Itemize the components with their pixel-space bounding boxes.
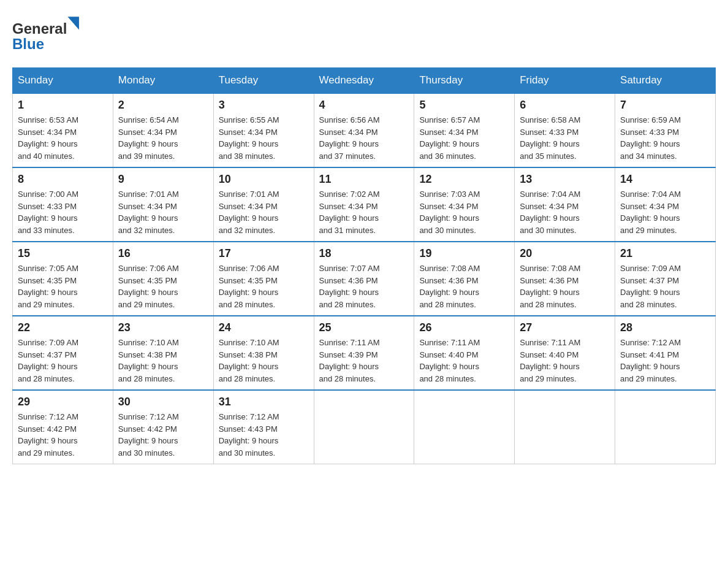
- calendar-cell: 7 Sunrise: 6:59 AM Sunset: 4:33 PM Dayli…: [615, 93, 716, 167]
- day-info: Sunrise: 6:53 AM Sunset: 4:34 PM Dayligh…: [18, 114, 108, 162]
- calendar-cell: 4 Sunrise: 6:56 AM Sunset: 4:34 PM Dayli…: [314, 93, 414, 167]
- day-number: 17: [219, 247, 309, 260]
- day-number: 28: [620, 321, 710, 334]
- day-number: 9: [118, 173, 208, 186]
- calendar-table: SundayMondayTuesdayWednesdayThursdayFrid…: [12, 67, 716, 464]
- calendar-cell: 28 Sunrise: 7:12 AM Sunset: 4:41 PM Dayl…: [615, 316, 716, 390]
- calendar-cell: 8 Sunrise: 7:00 AM Sunset: 4:33 PM Dayli…: [13, 167, 113, 242]
- day-number: 10: [219, 173, 309, 186]
- weekday-header-wednesday: Wednesday: [314, 68, 414, 94]
- day-number: 14: [620, 173, 710, 186]
- day-number: 8: [18, 173, 108, 186]
- weekday-header-saturday: Saturday: [615, 68, 716, 94]
- calendar-cell: [615, 390, 716, 464]
- day-number: 29: [18, 396, 108, 408]
- week-row-2: 8 Sunrise: 7:00 AM Sunset: 4:33 PM Dayli…: [13, 167, 716, 242]
- day-number: 3: [219, 99, 309, 112]
- week-row-3: 15 Sunrise: 7:05 AM Sunset: 4:35 PM Dayl…: [13, 242, 716, 316]
- day-info: Sunrise: 7:09 AM Sunset: 4:37 PM Dayligh…: [18, 337, 108, 385]
- day-info: Sunrise: 7:02 AM Sunset: 4:34 PM Dayligh…: [319, 188, 409, 236]
- calendar-cell: 13 Sunrise: 7:04 AM Sunset: 4:34 PM Dayl…: [515, 167, 615, 242]
- day-info: Sunrise: 7:00 AM Sunset: 4:33 PM Dayligh…: [18, 188, 108, 236]
- day-info: Sunrise: 6:58 AM Sunset: 4:33 PM Dayligh…: [520, 114, 610, 162]
- day-info: Sunrise: 7:03 AM Sunset: 4:34 PM Dayligh…: [419, 188, 509, 236]
- day-number: 12: [419, 173, 509, 186]
- calendar-cell: 10 Sunrise: 7:01 AM Sunset: 4:34 PM Dayl…: [213, 167, 314, 242]
- logo-svg: General Blue: [12, 12, 86, 55]
- day-info: Sunrise: 7:10 AM Sunset: 4:38 PM Dayligh…: [219, 337, 309, 385]
- day-number: 13: [520, 173, 610, 186]
- day-info: Sunrise: 7:11 AM Sunset: 4:39 PM Dayligh…: [319, 337, 409, 385]
- page-header: General Blue: [12, 12, 716, 55]
- calendar-cell: 24 Sunrise: 7:10 AM Sunset: 4:38 PM Dayl…: [213, 316, 314, 390]
- calendar-cell: 1 Sunrise: 6:53 AM Sunset: 4:34 PM Dayli…: [13, 93, 113, 167]
- day-info: Sunrise: 6:59 AM Sunset: 4:33 PM Dayligh…: [620, 114, 710, 162]
- day-info: Sunrise: 7:07 AM Sunset: 4:36 PM Dayligh…: [319, 262, 409, 310]
- day-number: 16: [118, 247, 208, 260]
- weekday-header-monday: Monday: [113, 68, 213, 94]
- day-info: Sunrise: 7:06 AM Sunset: 4:35 PM Dayligh…: [118, 262, 208, 310]
- day-info: Sunrise: 7:08 AM Sunset: 4:36 PM Dayligh…: [520, 262, 610, 310]
- weekday-header-friday: Friday: [515, 68, 615, 94]
- week-row-4: 22 Sunrise: 7:09 AM Sunset: 4:37 PM Dayl…: [13, 316, 716, 390]
- svg-marker-1: [67, 17, 78, 29]
- calendar-cell: 25 Sunrise: 7:11 AM Sunset: 4:39 PM Dayl…: [314, 316, 414, 390]
- calendar-cell: 30 Sunrise: 7:12 AM Sunset: 4:42 PM Dayl…: [113, 390, 213, 464]
- day-number: 20: [520, 247, 610, 260]
- day-info: Sunrise: 7:05 AM Sunset: 4:35 PM Dayligh…: [18, 262, 108, 310]
- day-number: 6: [520, 99, 610, 112]
- day-number: 18: [319, 247, 409, 260]
- calendar-cell: 16 Sunrise: 7:06 AM Sunset: 4:35 PM Dayl…: [113, 242, 213, 316]
- calendar-cell: [414, 390, 515, 464]
- day-number: 2: [118, 99, 208, 112]
- calendar-cell: 17 Sunrise: 7:06 AM Sunset: 4:35 PM Dayl…: [213, 242, 314, 316]
- calendar-cell: 9 Sunrise: 7:01 AM Sunset: 4:34 PM Dayli…: [113, 167, 213, 242]
- weekday-header-thursday: Thursday: [414, 68, 515, 94]
- calendar-cell: 23 Sunrise: 7:10 AM Sunset: 4:38 PM Dayl…: [113, 316, 213, 390]
- day-info: Sunrise: 7:01 AM Sunset: 4:34 PM Dayligh…: [118, 188, 208, 236]
- day-info: Sunrise: 6:56 AM Sunset: 4:34 PM Dayligh…: [319, 114, 409, 162]
- day-number: 30: [118, 396, 208, 408]
- day-number: 31: [219, 396, 309, 408]
- day-number: 5: [419, 99, 509, 112]
- calendar-cell: 14 Sunrise: 7:04 AM Sunset: 4:34 PM Dayl…: [615, 167, 716, 242]
- day-info: Sunrise: 7:04 AM Sunset: 4:34 PM Dayligh…: [520, 188, 610, 236]
- calendar-cell: 31 Sunrise: 7:12 AM Sunset: 4:43 PM Dayl…: [213, 390, 314, 464]
- day-number: 19: [419, 247, 509, 260]
- day-number: 27: [520, 321, 610, 334]
- calendar-cell: 22 Sunrise: 7:09 AM Sunset: 4:37 PM Dayl…: [13, 316, 113, 390]
- calendar-cell: [515, 390, 615, 464]
- day-info: Sunrise: 7:01 AM Sunset: 4:34 PM Dayligh…: [219, 188, 309, 236]
- calendar-cell: 15 Sunrise: 7:05 AM Sunset: 4:35 PM Dayl…: [13, 242, 113, 316]
- calendar-cell: 5 Sunrise: 6:57 AM Sunset: 4:34 PM Dayli…: [414, 93, 515, 167]
- day-info: Sunrise: 7:08 AM Sunset: 4:36 PM Dayligh…: [419, 262, 509, 310]
- calendar-cell: 29 Sunrise: 7:12 AM Sunset: 4:42 PM Dayl…: [13, 390, 113, 464]
- calendar-cell: 12 Sunrise: 7:03 AM Sunset: 4:34 PM Dayl…: [414, 167, 515, 242]
- week-row-1: 1 Sunrise: 6:53 AM Sunset: 4:34 PM Dayli…: [13, 93, 716, 167]
- weekday-header-tuesday: Tuesday: [213, 68, 314, 94]
- day-info: Sunrise: 6:54 AM Sunset: 4:34 PM Dayligh…: [118, 114, 208, 162]
- day-info: Sunrise: 7:12 AM Sunset: 4:42 PM Dayligh…: [118, 411, 208, 459]
- day-info: Sunrise: 7:09 AM Sunset: 4:37 PM Dayligh…: [620, 262, 710, 310]
- logo-area: General Blue: [12, 12, 86, 55]
- day-number: 11: [319, 173, 409, 186]
- day-info: Sunrise: 6:57 AM Sunset: 4:34 PM Dayligh…: [419, 114, 509, 162]
- day-info: Sunrise: 7:11 AM Sunset: 4:40 PM Dayligh…: [419, 337, 509, 385]
- day-number: 1: [18, 99, 108, 112]
- day-number: 25: [319, 321, 409, 334]
- weekday-header-row: SundayMondayTuesdayWednesdayThursdayFrid…: [13, 68, 716, 94]
- calendar-cell: 27 Sunrise: 7:11 AM Sunset: 4:40 PM Dayl…: [515, 316, 615, 390]
- day-number: 22: [18, 321, 108, 334]
- day-number: 15: [18, 247, 108, 260]
- day-number: 21: [620, 247, 710, 260]
- calendar-cell: [314, 390, 414, 464]
- calendar-cell: 18 Sunrise: 7:07 AM Sunset: 4:36 PM Dayl…: [314, 242, 414, 316]
- calendar-cell: 26 Sunrise: 7:11 AM Sunset: 4:40 PM Dayl…: [414, 316, 515, 390]
- day-info: Sunrise: 7:06 AM Sunset: 4:35 PM Dayligh…: [219, 262, 309, 310]
- day-info: Sunrise: 7:10 AM Sunset: 4:38 PM Dayligh…: [118, 337, 208, 385]
- calendar-cell: 3 Sunrise: 6:55 AM Sunset: 4:34 PM Dayli…: [213, 93, 314, 167]
- calendar-cell: 19 Sunrise: 7:08 AM Sunset: 4:36 PM Dayl…: [414, 242, 515, 316]
- week-row-5: 29 Sunrise: 7:12 AM Sunset: 4:42 PM Dayl…: [13, 390, 716, 464]
- calendar-cell: 2 Sunrise: 6:54 AM Sunset: 4:34 PM Dayli…: [113, 93, 213, 167]
- day-number: 4: [319, 99, 409, 112]
